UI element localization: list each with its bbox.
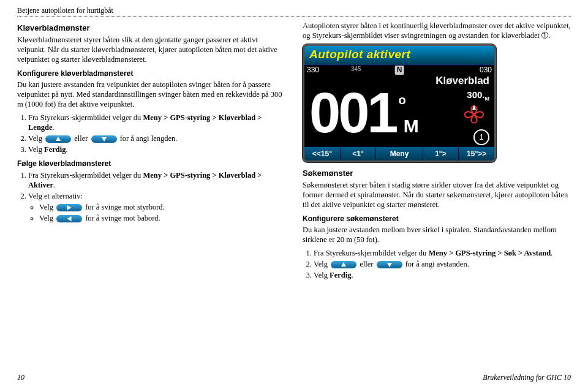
heading-configure-search: Konfigurere søkemønsteret: [303, 214, 571, 224]
list-item: Velg for å svinge mot styrbord.: [39, 202, 285, 212]
step-text: eller: [74, 134, 89, 143]
softkey-left15[interactable]: <<15°: [304, 147, 341, 161]
para-autopilot-desc: Autopiloten styrer båten i et kontinuerl…: [303, 21, 571, 40]
steps-configure-cloverleaf: Fra Styrekurs-skjermbildet velger du Men…: [28, 113, 285, 154]
para-cloverleaf-intro: Kløverbladmønsteret styrer båten slik at…: [17, 35, 285, 64]
arrow-left-icon: [56, 215, 82, 222]
para-configure-search: Du kan justere avstanden mellom hver sir…: [303, 225, 571, 244]
list-item: Fra Styrekurs-skjermbildet velger du Men…: [28, 113, 285, 132]
step-text: Velg: [314, 271, 330, 279]
arrow-down-icon: [91, 135, 117, 143]
ap-mode-label: Kløverblad: [435, 74, 489, 88]
ap-heading: 001: [309, 89, 396, 137]
page-header: Betjene autopiloten for hurtigbåt: [17, 6, 571, 15]
ap-softkeys: <<15° <1° Meny 1°> 15°>>: [304, 146, 494, 161]
arrow-up-icon: [45, 135, 71, 143]
ap-distance-value: 300.: [467, 89, 484, 100]
callout-marker-1: 1: [473, 129, 489, 145]
steps-follow-cloverleaf: Fra Styrekurs-skjermbildet velger du Men…: [28, 170, 285, 223]
list-item: Velg eller for å angi lengden.: [28, 134, 285, 143]
compass-tick: 330: [307, 66, 319, 75]
heading-follow-cloverleaf: Følge kløverbladmønsteret: [17, 159, 285, 168]
step-text: Velg: [28, 134, 44, 143]
autopilot-screen: Autopilot aktivert 330 345 N 030 Kløverb…: [303, 44, 496, 162]
softkey-menu[interactable]: Meny: [376, 147, 423, 161]
svg-marker-0: [472, 105, 476, 110]
softkey-left1[interactable]: <1°: [341, 147, 377, 161]
ap-compass: 330 345 N 030 Kløverblad: [304, 66, 494, 89]
arrow-up-icon: [331, 261, 356, 268]
step-text: Velg: [314, 260, 330, 268]
para-configure-cloverleaf: Du kan justere avstanden fra veipunktet …: [17, 80, 285, 109]
bullet-text: Velg: [39, 203, 55, 211]
step-text: Fra Styrekurs-skjermbildet velger du: [314, 249, 428, 257]
step-text: eller: [360, 260, 375, 268]
list-item: Velg et alternativ: Velg for å svinge mo…: [28, 191, 285, 223]
para-search-intro: Søkemønsteret styrer båten i stadig stør…: [303, 180, 571, 210]
step-text: Fra Styrekurs-skjermbildet velger du: [28, 113, 143, 122]
doc-title: Brukerveiledning for GHC 10: [483, 373, 571, 382]
arrow-right-icon: [56, 204, 82, 211]
step-text: Velg et alternativ:: [28, 192, 83, 200]
list-item: Fra Styrekurs-skjermbildet velger du Men…: [28, 170, 285, 190]
list-item: Velg eller for å angi avstanden.: [314, 259, 571, 269]
softkey-right15[interactable]: 15°>>: [459, 147, 494, 161]
list-item: Velg Ferdig.: [314, 270, 571, 280]
ap-heading-unit: M: [404, 115, 419, 138]
softkey-right1[interactable]: 1°>: [423, 147, 459, 161]
compass-tick: 030: [480, 66, 492, 75]
step-text: Fra Styrekurs-skjermbildet velger du: [28, 171, 143, 180]
ap-distance-unit: M: [485, 96, 490, 102]
menu-path: Ferdig: [330, 271, 351, 279]
page-footer: 10 Brukerveiledning for GHC 10: [17, 373, 571, 382]
bullet-text: Velg: [39, 214, 55, 222]
left-column: Kløverbladmønster Kløverbladmønsteret st…: [17, 20, 285, 282]
step-text: for å angi avstanden.: [405, 260, 469, 268]
menu-path: Meny > GPS-styring > Søk > Avstand: [428, 249, 551, 257]
menu-path: Ferdig: [44, 145, 66, 154]
arrow-down-icon: [377, 261, 402, 268]
cloverleaf-icon: [459, 104, 489, 126]
right-column: Autopiloten styrer båten i et kontinuerl…: [303, 20, 571, 282]
compass-tick: 345: [351, 66, 361, 74]
compass-north: N: [395, 66, 404, 75]
ap-distance: 300.M: [459, 89, 489, 103]
divider: [17, 17, 571, 17]
page-number: 10: [17, 373, 24, 382]
step-text: for å angi lengden.: [120, 134, 178, 143]
bullet-text: for å svinge mot babord.: [85, 214, 160, 222]
ap-title: Autopilot aktivert: [304, 46, 494, 65]
degree-icon: o: [399, 93, 406, 108]
heading-cloverleaf: Kløverbladmønster: [17, 23, 285, 34]
bullet-text: for å svinge mot styrbord.: [85, 203, 165, 211]
ap-main: 001 o M 300.M 1: [304, 89, 494, 147]
heading-configure-cloverleaf: Konfigurere kløverbladmønsteret: [17, 69, 285, 78]
list-item: Velg Ferdig.: [28, 145, 285, 154]
step-text: Velg: [28, 145, 44, 154]
list-item: Fra Styrekurs-skjermbildet velger du Men…: [314, 248, 571, 258]
heading-search: Søkemønster: [303, 168, 571, 179]
list-item: Velg for å svinge mot babord.: [39, 213, 285, 223]
steps-configure-search: Fra Styrekurs-skjermbildet velger du Men…: [314, 248, 571, 280]
